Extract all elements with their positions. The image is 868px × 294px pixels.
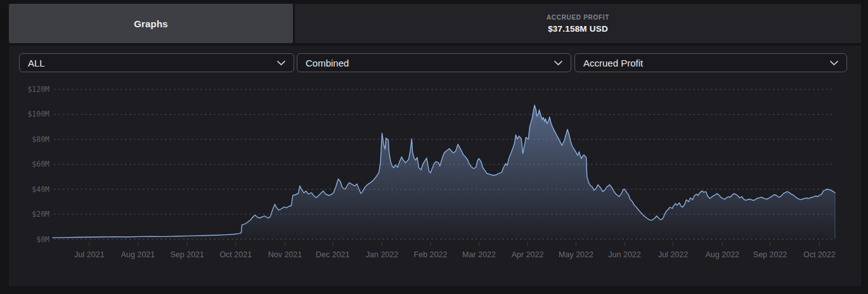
x-axis-label: Dec 2021 <box>316 250 350 259</box>
x-axis-label: Feb 2022 <box>414 250 448 259</box>
y-axis-label: $0M <box>36 235 49 244</box>
x-axis-label: Jul 2022 <box>658 250 688 259</box>
chevron-down-icon <box>830 60 838 66</box>
x-axis-label: Aug 2022 <box>706 250 740 259</box>
x-axis-label: Oct 2021 <box>219 250 252 259</box>
tab-graphs[interactable]: Graphs <box>9 4 293 43</box>
scope-dropdown-value: ALL <box>28 58 45 68</box>
x-axis-label: Jun 2022 <box>608 250 640 259</box>
x-axis-label: Sep 2022 <box>753 250 787 259</box>
x-axis-label: Nov 2021 <box>268 250 302 259</box>
dashboard-page: Graphs ACCRUED PROFIT $37.158M USD ALL C… <box>0 0 868 294</box>
x-axis-label: Apr 2022 <box>512 250 544 259</box>
y-axis-label: $20M <box>32 210 49 219</box>
y-axis-label: $120M <box>27 85 49 94</box>
accrued-profit-stat-label: ACCRUED PROFIT <box>547 14 609 21</box>
accrued-profit-chart[interactable]: $120M$100M$80M$60M$40M$20M$0MJul 2021Aug… <box>9 68 861 286</box>
metric-dropdown-value: Accrued Profit <box>583 58 643 68</box>
chevron-down-icon <box>277 60 285 66</box>
x-axis-label: Mar 2022 <box>462 250 496 259</box>
mode-dropdown-value: Combined <box>306 58 349 68</box>
accrued-profit-stat-value: $37.158M USD <box>548 24 608 34</box>
area-fill <box>53 105 835 240</box>
x-axis-label: Aug 2021 <box>121 250 155 259</box>
chevron-down-icon <box>554 60 562 66</box>
y-axis-label: $60M <box>32 160 49 169</box>
x-axis-label: Jan 2022 <box>366 250 398 259</box>
header-stat-panel: ACCRUED PROFIT $37.158M USD <box>295 4 861 43</box>
x-axis-label: Oct 2022 <box>803 250 836 259</box>
y-axis-label: $40M <box>32 185 49 194</box>
x-axis-label: Jul 2021 <box>74 250 104 259</box>
y-axis-label: $100M <box>27 110 49 118</box>
x-axis-label: Sep 2021 <box>170 250 204 259</box>
tab-graphs-label: Graphs <box>134 18 168 29</box>
x-axis-label: May 2022 <box>559 250 593 259</box>
chart-panel: ALL Combined Accrued Profit $120M$100M$8… <box>9 46 861 286</box>
y-axis-label: $80M <box>32 135 49 144</box>
